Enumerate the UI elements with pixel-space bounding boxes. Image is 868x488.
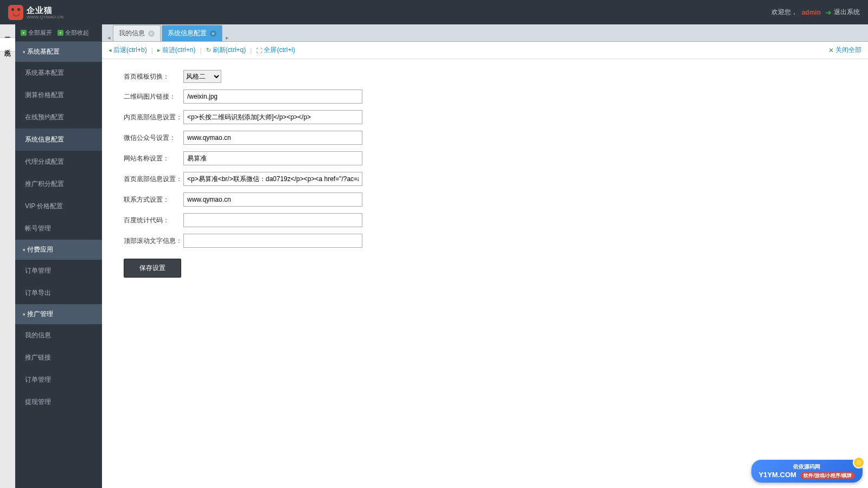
main-content: ◂ 我的信息 × 系统信息配置 × ▸ ◂后退(ctrl+b) | ▸前进(ct… [102,24,868,488]
inner-footer-input[interactable] [183,110,362,124]
tab-prev-button[interactable]: ◂ [105,34,113,41]
watermark-dot-icon [853,457,865,468]
header-right: 欢迎您， admin ➜ 退出系统 [771,8,860,17]
label-wechat: 微信公众号设置： [124,133,183,143]
vtab-system[interactable]: 系统 [0,38,15,52]
menu-item-price[interactable]: 测算价格配置 [15,84,102,106]
logout-button[interactable]: ➜ 退出系统 [825,8,860,17]
close-icon[interactable]: × [148,30,155,37]
label-scroll: 顶部滚动文字信息： [124,236,183,246]
menu-item-account[interactable]: 帐号管理 [15,217,102,240]
form: 首页模板切换： 风格二 二维码图片链接： 内页底部信息设置： 微信公众号设置： … [102,59,868,288]
watermark: 依依源码网 Y1YM.COM 软件/游戏/小程序/棋牌 [751,460,863,483]
label-home-footer: 首页底部信息设置： [124,175,183,184]
vertical-tabs: 算命频道 系统 [0,24,15,488]
forward-icon: ▸ [157,47,161,54]
logo: 企业猫 WWW.QYMAO.CN [8,5,63,20]
close-all-button[interactable]: ✕关闭全部 [828,46,861,55]
tab-sysinfo[interactable]: 系统信息配置 × [162,25,222,41]
menu-item-promolink[interactable]: 推广链接 [15,346,102,369]
baidu-input[interactable] [183,213,362,227]
collapse-all-button[interactable]: +全部收起 [58,29,89,37]
wechat-input[interactable] [183,131,362,145]
menu-item-withdraw[interactable]: 提现管理 [15,391,102,413]
menu-item-basic[interactable]: 系统基本配置 [15,62,102,84]
scroll-input[interactable] [183,234,362,248]
menu-item-appointment[interactable]: 在线预约配置 [15,106,102,129]
plus-icon: + [58,30,63,36]
menu-section-paid[interactable]: 付费应用 [15,240,102,260]
back-button[interactable]: ◂后退(ctrl+b) [108,46,147,55]
label-qrcode: 二维码图片链接： [124,92,183,101]
label-sitename: 网站名称设置： [124,154,183,163]
menu-item-orders[interactable]: 订单管理 [15,260,102,282]
logo-subtext: WWW.QYMAO.CN [27,15,63,20]
forward-button[interactable]: ▸前进(ctrl+n) [157,46,196,55]
logo-text: 企业猫 [27,5,53,15]
back-icon: ◂ [108,47,112,54]
menu-section-promo[interactable]: 推广管理 [15,304,102,324]
tab-next-button[interactable]: ▸ [224,34,231,41]
menu-item-vip[interactable]: VIP 价格配置 [15,195,102,217]
top-header: 企业猫 WWW.QYMAO.CN 欢迎您， admin ➜ 退出系统 [0,0,868,24]
label-template: 首页模板切换： [124,72,183,81]
label-baidu: 百度统计代码： [124,216,183,225]
menu-item-points[interactable]: 推广积分配置 [15,173,102,195]
logo-icon [8,5,23,20]
x-icon: ✕ [828,47,834,54]
logout-icon: ➜ [825,8,832,17]
plus-icon: + [21,30,27,36]
menu-item-promoorders[interactable]: 订单管理 [15,369,102,391]
label-contact: 联系方式设置： [124,195,183,204]
contact-input[interactable] [183,192,362,207]
qrcode-input[interactable] [183,89,362,104]
tab-myinfo[interactable]: 我的信息 × [113,25,161,41]
label-inner-footer: 内页底部信息设置： [124,113,183,122]
menu-item-export[interactable]: 订单导出 [15,282,102,304]
welcome-text: 欢迎您， [771,8,797,17]
save-button[interactable]: 保存设置 [124,259,181,278]
username: admin [802,9,821,16]
menu-item-sysinfo[interactable]: 系统信息配置 [15,129,102,151]
fullscreen-button[interactable]: ⛶全屏(ctrl+i) [256,46,295,55]
menu-item-myinfo[interactable]: 我的信息 [15,324,102,346]
close-icon[interactable]: × [210,30,216,37]
home-footer-input[interactable] [183,172,362,186]
menu-item-agent[interactable]: 代理分成配置 [15,151,102,173]
sidebar: +全部展开 +全部收起 系统基配置 系统基本配置 测算价格配置 在线预约配置 系… [15,24,102,488]
tab-bar: ◂ 我的信息 × 系统信息配置 × ▸ [102,24,868,42]
menu-section-system[interactable]: 系统基配置 [15,42,102,62]
expand-bar: +全部展开 +全部收起 [15,24,102,42]
refresh-button[interactable]: ↻刷新(ctrl+q) [206,46,246,55]
refresh-icon: ↻ [206,47,211,54]
sitename-input[interactable] [183,151,362,165]
expand-all-button[interactable]: +全部展开 [21,29,52,37]
fullscreen-icon: ⛶ [256,47,262,54]
toolbar: ◂后退(ctrl+b) | ▸前进(ctrl+n) | ↻刷新(ctrl+q) … [102,42,868,59]
vtab-fortune[interactable]: 算命频道 [0,24,15,38]
template-select[interactable]: 风格二 [183,70,221,83]
